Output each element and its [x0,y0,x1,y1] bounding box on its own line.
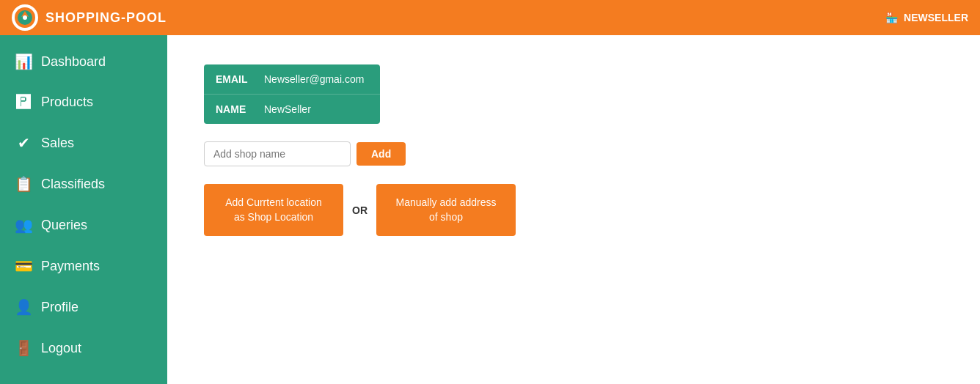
main-content: EMAIL Newseller@gmai.com NAME NewSeller … [167,35,980,384]
add-manual-address-button[interactable]: Manually add address of shop [376,184,516,236]
name-row: NAME NewSeller [204,95,380,124]
products-icon: 🅿 [15,94,32,111]
header-user: 🏪 NEWSELLER [885,12,968,23]
logo-icon [12,4,38,31]
sidebar-label-dashboard: Dashboard [41,54,106,70]
header-left: SHOPPING-POOL [12,4,167,31]
name-value: NewSeller [264,103,311,115]
shop-name-row: Add [204,141,943,166]
sidebar-label-logout: Logout [41,341,81,356]
shop-name-input[interactable] [204,141,351,166]
add-shop-button[interactable]: Add [356,142,406,166]
sidebar-item-products[interactable]: 🅿 Products [0,82,167,122]
queries-icon: 👥 [15,216,32,234]
svg-point-3 [23,15,27,20]
sidebar-item-profile[interactable]: 👤 Profile [0,287,167,328]
sidebar-label-profile: Profile [41,300,78,315]
sidebar-item-payments[interactable]: 💳 Payments [0,245,167,287]
sidebar-item-sales[interactable]: ✔ Sales [0,122,167,163]
sidebar: 📊 Dashboard 🅿 Products ✔ Sales 📋 Classif… [0,35,167,384]
dashboard-icon: 📊 [15,53,32,70]
sidebar-label-products: Products [41,95,93,110]
or-separator: OR [352,204,368,216]
classifieds-icon: 📋 [15,175,32,193]
sidebar-item-queries[interactable]: 👥 Queries [0,204,167,245]
sidebar-label-payments: Payments [41,259,100,274]
profile-icon: 👤 [15,298,32,316]
app-title: SHOPPING-POOL [45,10,167,26]
email-value: Newseller@gmai.com [264,73,364,85]
logout-icon: 🚪 [15,339,32,357]
layout: 📊 Dashboard 🅿 Products ✔ Sales 📋 Classif… [0,35,980,384]
sidebar-item-logout[interactable]: 🚪 Logout [0,328,167,369]
email-row: EMAIL Newseller@gmai.com [204,64,380,95]
add-current-location-button[interactable]: Add Currtent location as Shop Location [204,184,343,236]
user-info-card: EMAIL Newseller@gmai.com NAME NewSeller [204,64,380,124]
name-label: NAME [216,103,252,115]
sidebar-label-sales: Sales [41,136,74,151]
email-label: EMAIL [216,73,252,85]
sidebar-label-classifieds: Classifieds [41,177,105,192]
sidebar-label-queries: Queries [41,218,87,233]
sidebar-item-classifieds[interactable]: 📋 Classifieds [0,163,167,204]
sales-icon: ✔ [15,134,32,152]
payments-icon: 💳 [15,257,32,275]
location-row: Add Currtent location as Shop Location O… [204,184,943,236]
username-label: NEWSELLER [904,12,968,23]
store-icon: 🏪 [885,12,898,23]
header: SHOPPING-POOL 🏪 NEWSELLER [0,0,980,35]
sidebar-item-dashboard[interactable]: 📊 Dashboard [0,41,167,82]
